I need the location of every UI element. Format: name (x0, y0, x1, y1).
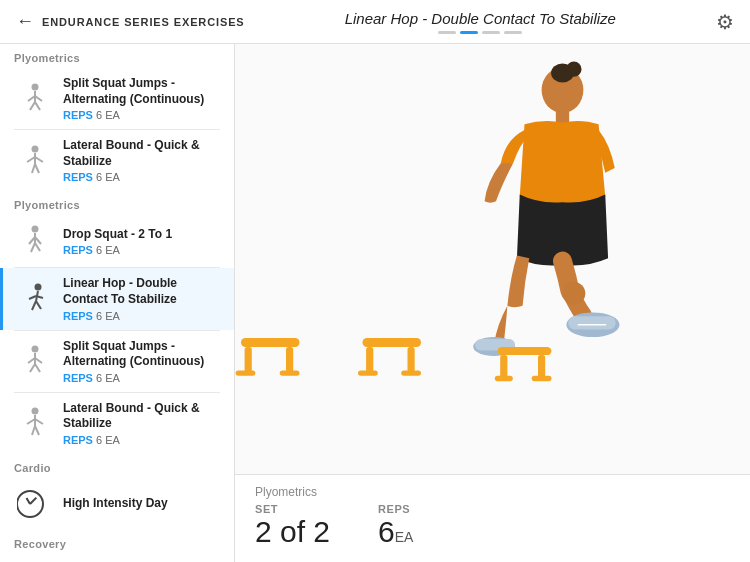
progress-dot-2 (460, 31, 478, 34)
exercise-meta-5: REPS 6 EA (63, 372, 220, 384)
sidebar-item-linear-hop[interactable]: Linear Hop - Double Contact To Stabilize… (0, 268, 234, 329)
reps-stat: REPS 6EA (378, 503, 413, 548)
progress-indicator (438, 31, 522, 34)
exercise-info-7: High Intensity Day (63, 496, 220, 512)
exercise-name-7: High Intensity Day (63, 496, 220, 512)
svg-line-35 (35, 426, 39, 435)
hurdles-illustration (235, 329, 593, 419)
sidebar-item-lateral-bound-2[interactable]: Lateral Bound - Quick & Stabilize REPS 6… (0, 393, 234, 454)
figure-icon-5 (18, 344, 52, 378)
set-value: 2 of 2 (255, 515, 330, 548)
exercise-title: Linear Hop - Double Contact To Stabilize (345, 10, 616, 27)
reps-badge-6: REPS (63, 434, 93, 446)
progress-dot-4 (504, 31, 522, 34)
exercise-name-2: Lateral Bound - Quick & Stabilize (63, 138, 220, 169)
svg-line-16 (31, 243, 35, 252)
meta-count-1: 6 EA (96, 109, 120, 121)
svg-line-9 (35, 157, 43, 162)
svg-rect-57 (362, 338, 421, 347)
svg-line-33 (35, 419, 43, 424)
stats-row: SET 2 of 2 REPS 6EA (255, 503, 730, 548)
svg-line-22 (32, 301, 36, 310)
exercise-thumb-4 (17, 281, 53, 317)
svg-rect-66 (531, 376, 551, 381)
sidebar-item-calf-stretch[interactable]: Calf Stretch (Strap) (0, 554, 234, 562)
exercise-meta-6: REPS 6 EA (63, 434, 220, 446)
svg-point-12 (32, 226, 39, 233)
figure-icon-1 (18, 82, 52, 116)
exercise-thumb-6 (17, 405, 53, 441)
svg-point-24 (32, 346, 39, 353)
exercise-info-6: Lateral Bound - Quick & Stabilize REPS 6… (63, 401, 220, 446)
svg-line-29 (35, 364, 40, 372)
back-button[interactable]: ← (16, 11, 34, 32)
svg-rect-49 (568, 316, 616, 329)
section-label-plyometrics-1: Plyometrics (0, 44, 234, 68)
reps-value: 6EA (378, 515, 413, 548)
svg-line-4 (30, 102, 35, 110)
sidebar-item-split-squat-2[interactable]: Split Squat Jumps - Alternating (Continu… (0, 331, 234, 392)
svg-point-0 (32, 83, 39, 90)
svg-point-30 (32, 408, 39, 415)
figure-icon-6 (18, 406, 52, 440)
sidebar-item-drop-squat[interactable]: Drop Squat - 2 To 1 REPS 6 EA (0, 215, 234, 267)
detail-section-name: Plyometrics (255, 485, 730, 499)
sidebar-item-split-squat-1[interactable]: Split Squat Jumps - Alternating (Continu… (0, 68, 234, 129)
set-value-text: 2 of 2 (255, 515, 330, 548)
exercise-info-3: Drop Squat - 2 To 1 REPS 6 EA (63, 227, 220, 257)
exercise-info-5: Split Squat Jumps - Alternating (Continu… (63, 339, 220, 384)
main-content: Plyometrics Split Squat Jumps - Alternat… (0, 44, 750, 562)
svg-rect-55 (235, 370, 255, 375)
progress-dot-3 (482, 31, 500, 34)
exercise-info-1: Split Squat Jumps - Alternating (Continu… (63, 76, 220, 121)
figure-icon-3 (18, 224, 52, 258)
meta-count-3: 6 EA (96, 244, 120, 256)
figure-icon-2 (18, 144, 52, 178)
exercise-name-1: Split Squat Jumps - Alternating (Continu… (63, 76, 220, 107)
svg-line-20 (29, 296, 36, 299)
svg-rect-54 (286, 347, 293, 372)
svg-rect-56 (279, 370, 299, 375)
svg-rect-59 (407, 347, 414, 372)
svg-point-51 (562, 282, 585, 305)
exercise-name-6: Lateral Bound - Quick & Stabilize (63, 401, 220, 432)
reps-unit: EA (395, 529, 414, 545)
exercise-name-5: Split Squat Jumps - Alternating (Continu… (63, 339, 220, 370)
sidebar-item-high-intensity[interactable]: High Intensity Day (0, 478, 234, 530)
sidebar: Plyometrics Split Squat Jumps - Alternat… (0, 44, 235, 562)
top-bar: ← ENDURANCE SERIES EXERCISES Linear Hop … (0, 0, 750, 44)
sidebar-item-lateral-bound-1[interactable]: Lateral Bound - Quick & Stabilize REPS 6… (0, 130, 234, 191)
exercise-name-4: Linear Hop - Double Contact To Stabilize (63, 276, 220, 307)
detail-bottom-bar: Plyometrics SET 2 of 2 REPS 6EA (235, 474, 750, 562)
reps-badge-4: REPS (63, 310, 93, 322)
svg-rect-53 (244, 347, 251, 372)
svg-rect-63 (500, 355, 507, 378)
exercise-thumb-7 (17, 486, 53, 522)
svg-line-8 (27, 157, 35, 162)
svg-line-11 (35, 164, 39, 173)
svg-line-23 (36, 301, 41, 309)
meta-count-4: 6 EA (96, 310, 120, 322)
reps-badge-1: REPS (63, 109, 93, 121)
exercise-meta-3: REPS 6 EA (63, 244, 220, 256)
reps-badge-3: REPS (63, 244, 93, 256)
section-label-recovery: Recovery (0, 530, 234, 554)
clock-icon (17, 490, 44, 518)
svg-rect-60 (358, 370, 378, 375)
section-label-plyometrics-2: Plyometrics (0, 191, 234, 215)
svg-rect-52 (241, 338, 300, 347)
svg-rect-65 (494, 376, 512, 381)
exercise-info-2: Lateral Bound - Quick & Stabilize REPS 6… (63, 138, 220, 183)
reps-badge-2: REPS (63, 171, 93, 183)
meta-count-2: 6 EA (96, 171, 120, 183)
figure-icon-4 (18, 282, 52, 316)
svg-line-27 (35, 358, 42, 363)
svg-rect-64 (538, 355, 545, 378)
svg-line-5 (35, 102, 40, 110)
svg-line-32 (27, 419, 35, 424)
exercise-info-4: Linear Hop - Double Contact To Stabilize… (63, 276, 220, 321)
svg-line-26 (28, 358, 35, 363)
settings-icon[interactable]: ⚙ (716, 10, 734, 34)
set-stat: SET 2 of 2 (255, 503, 330, 548)
top-bar-left: ← ENDURANCE SERIES EXERCISES (16, 11, 245, 32)
